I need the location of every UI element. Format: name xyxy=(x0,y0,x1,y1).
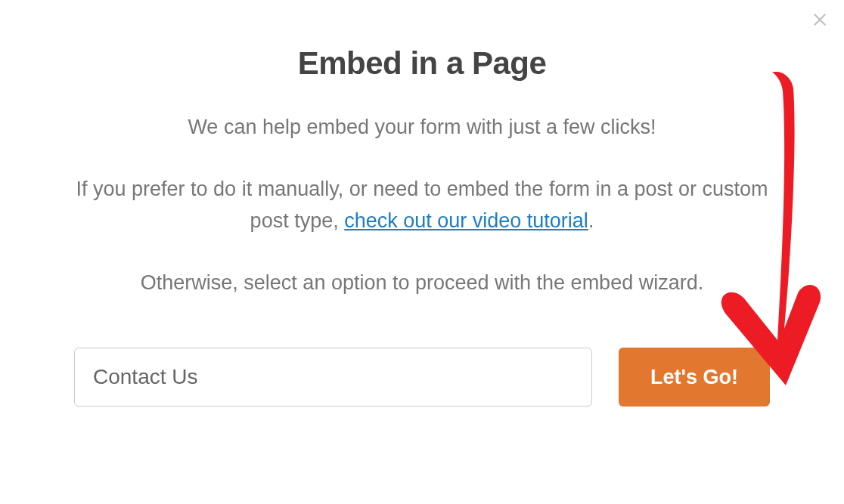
close-icon[interactable] xyxy=(811,11,829,29)
embed-modal: Embed in a Page We can help embed your f… xyxy=(0,0,844,504)
modal-description-1: We can help embed your form with just a … xyxy=(74,112,770,144)
lets-go-button[interactable]: Let's Go! xyxy=(619,348,770,407)
form-row: Let's Go! xyxy=(74,348,770,407)
description-text-2: . xyxy=(588,209,594,232)
modal-description-2: If you prefer to do it manually, or need… xyxy=(74,174,770,237)
modal-description-3: Otherwise, select an option to proceed w… xyxy=(74,267,770,299)
modal-title: Embed in a Page xyxy=(74,45,770,82)
video-tutorial-link[interactable]: check out our video tutorial xyxy=(344,209,588,232)
page-name-input[interactable] xyxy=(74,348,592,407)
